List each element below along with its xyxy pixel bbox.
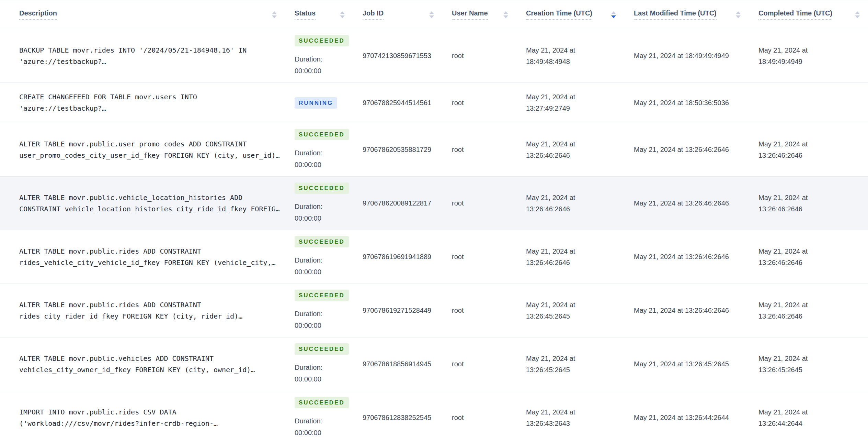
status-badge: SUCCEEDED <box>295 236 349 247</box>
description-line: 'azure://testbackup?… <box>19 56 285 67</box>
table-row[interactable]: ALTER TABLE movr.public.vehicles ADD CON… <box>0 337 868 391</box>
user-name-cell: root <box>442 391 516 444</box>
user-name-cell: root <box>442 29 516 83</box>
column-header-description[interactable]: Description <box>0 0 285 29</box>
description-line: BACKUP TABLE movr.rides INTO '/2024/05/2… <box>19 45 285 56</box>
job-description-link[interactable]: ALTER TABLE movr.public.user_promo_codes… <box>19 138 285 161</box>
column-header-last-modified-time-utc[interactable]: Last Modified Time (UTC) <box>624 0 749 29</box>
job-id-cell: 970678825944514561 <box>353 83 442 123</box>
creation-time-cell: May 21, 2024 at13:26:43:2643 <box>516 391 624 444</box>
timestamp-line: 13:26:46:2646 <box>758 311 860 322</box>
status-badge: SUCCEEDED <box>295 129 349 140</box>
description-line: IMPORT INTO movr.public.rides CSV DATA <box>19 407 285 418</box>
jobs-table-body: BACKUP TABLE movr.rides INTO '/2024/05/2… <box>0 29 868 444</box>
table-row[interactable]: IMPORT INTO movr.public.rides CSV DATA('… <box>0 391 868 444</box>
timestamp-line: May 21, 2024 at <box>758 299 860 311</box>
column-label: Creation Time (UTC) <box>526 9 592 20</box>
table-row[interactable]: ALTER TABLE movr.public.vehicle_location… <box>0 177 868 230</box>
duration-value: 00:00:00 <box>295 320 345 331</box>
timestamp-line: May 21, 2024 at <box>758 45 860 56</box>
duration-label: Duration: <box>295 53 345 65</box>
timestamp-line: 13:26:46:2646 <box>758 203 860 215</box>
column-label: User Name <box>452 9 488 20</box>
sort-arrow-down-icon <box>855 15 860 18</box>
column-header-status[interactable]: Status <box>285 0 353 29</box>
column-label: Last Modified Time (UTC) <box>634 9 717 20</box>
table-row[interactable]: CREATE CHANGEFEED FOR TABLE movr.users I… <box>0 83 868 123</box>
last-modified-time-cell: May 21, 2024 at 13:26:44:2644 <box>624 391 749 444</box>
sort-arrow-down-icon <box>611 15 616 18</box>
job-id: 970678619691941889 <box>363 253 434 261</box>
column-header-user-name[interactable]: User Name <box>442 0 516 29</box>
status-cell: RUNNING <box>285 83 353 123</box>
timestamp-line: May 21, 2024 at 13:26:46:2646 <box>634 198 741 209</box>
job-description-cell: IMPORT INTO movr.public.rides CSV DATA('… <box>0 391 285 444</box>
table-row[interactable]: ALTER TABLE movr.public.user_promo_codes… <box>0 123 868 177</box>
last-modified-time-cell: May 21, 2024 at 18:50:36:5036 <box>624 83 749 123</box>
sort-icon <box>611 11 616 18</box>
job-description-cell: ALTER TABLE movr.public.rides ADD CONSTR… <box>0 230 285 284</box>
job-description-link[interactable]: IMPORT INTO movr.public.rides CSV DATA('… <box>19 407 285 429</box>
timestamp-line: May 21, 2024 at <box>526 246 616 257</box>
table-row[interactable]: ALTER TABLE movr.public.rides ADD CONSTR… <box>0 230 868 284</box>
job-description-cell: CREATE CHANGEFEED FOR TABLE movr.users I… <box>0 83 285 123</box>
column-header-completed-time-utc[interactable]: Completed Time (UTC) <box>749 0 868 29</box>
job-description-cell: ALTER TABLE movr.public.user_promo_codes… <box>0 123 285 177</box>
timestamp-line: 13:26:43:2643 <box>526 418 616 429</box>
completed-time-cell <box>749 83 868 123</box>
sort-icon <box>340 11 345 18</box>
job-description-link[interactable]: BACKUP TABLE movr.rides INTO '/2024/05/2… <box>19 45 285 67</box>
timestamp-line: May 21, 2024 at <box>526 407 616 418</box>
description-line: ('workload:///csv/movr/rides?infer-crdb-… <box>19 418 285 429</box>
job-description-link[interactable]: ALTER TABLE movr.public.vehicle_location… <box>19 192 285 215</box>
creation-time: May 21, 2024 at13:26:46:2646 <box>526 192 616 215</box>
creation-time: May 21, 2024 at13:26:45:2645 <box>526 353 616 376</box>
column-header-job-id[interactable]: Job ID <box>353 0 442 29</box>
sort-arrow-down-icon <box>340 15 345 18</box>
timestamp-line: May 21, 2024 at <box>758 138 860 150</box>
job-description-link[interactable]: ALTER TABLE movr.public.vehicles ADD CON… <box>19 353 285 376</box>
completed-time-cell: May 21, 2024 at18:49:49:4949 <box>749 29 868 83</box>
job-id: 970742130859671553 <box>363 52 434 60</box>
table-row[interactable]: ALTER TABLE movr.public.rides ADD CONSTR… <box>0 284 868 337</box>
job-description-link[interactable]: CREATE CHANGEFEED FOR TABLE movr.users I… <box>19 91 285 114</box>
table-row[interactable]: BACKUP TABLE movr.rides INTO '/2024/05/2… <box>0 29 868 83</box>
job-id-cell: 970678612838252545 <box>353 391 442 444</box>
sort-icon <box>736 11 741 18</box>
last-modified-time: May 21, 2024 at 13:26:46:2646 <box>634 198 741 209</box>
user-name-cell: root <box>442 337 516 391</box>
duration-label: Duration: <box>295 415 345 427</box>
creation-time-cell: May 21, 2024 at13:26:45:2645 <box>516 284 624 337</box>
job-id-cell: 970678620089122817 <box>353 177 442 230</box>
completed-time: May 21, 2024 at13:26:46:2646 <box>758 192 860 215</box>
user-name-cell: root <box>442 284 516 337</box>
timestamp-line: 13:26:45:2645 <box>526 311 616 322</box>
completed-time: May 21, 2024 at13:26:44:2644 <box>758 407 860 429</box>
status-cell: SUCCEEDEDDuration:00:00:00 <box>285 29 353 83</box>
duration-label: Duration: <box>295 201 345 212</box>
duration-value: 00:00:00 <box>295 427 345 439</box>
description-line: 'azure://testbackup?… <box>19 103 285 114</box>
last-modified-time: May 21, 2024 at 13:26:45:2645 <box>634 358 741 370</box>
user-name: root <box>452 99 508 107</box>
job-description-link[interactable]: ALTER TABLE movr.public.rides ADD CONSTR… <box>19 246 285 268</box>
creation-time-cell: May 21, 2024 at13:26:46:2646 <box>516 177 624 230</box>
sort-arrow-down-icon <box>736 15 741 18</box>
column-header-creation-time-utc[interactable]: Creation Time (UTC) <box>516 0 624 29</box>
last-modified-time: May 21, 2024 at 13:26:46:2646 <box>634 305 741 316</box>
job-description-link[interactable]: ALTER TABLE movr.public.rides ADD CONSTR… <box>19 299 285 322</box>
last-modified-time-cell: May 21, 2024 at 13:26:46:2646 <box>624 177 749 230</box>
user-name-cell: root <box>442 177 516 230</box>
timestamp-line: May 21, 2024 at <box>526 192 616 203</box>
timestamp-line: May 21, 2024 at <box>526 138 616 150</box>
sort-icon <box>503 11 508 18</box>
user-name: root <box>452 253 508 261</box>
creation-time: May 21, 2024 at13:26:46:2646 <box>526 138 616 161</box>
duration-value: 00:00:00 <box>295 266 345 278</box>
job-description-cell: BACKUP TABLE movr.rides INTO '/2024/05/2… <box>0 29 285 83</box>
user-name: root <box>452 307 508 314</box>
description-line: vehicles_city_owner_id_fkey FOREIGN KEY … <box>19 364 285 376</box>
jobs-table-header: DescriptionStatusJob IDUser NameCreation… <box>0 0 868 29</box>
job-id: 970678618856914945 <box>363 360 434 368</box>
sort-arrow-up-icon <box>429 11 434 14</box>
